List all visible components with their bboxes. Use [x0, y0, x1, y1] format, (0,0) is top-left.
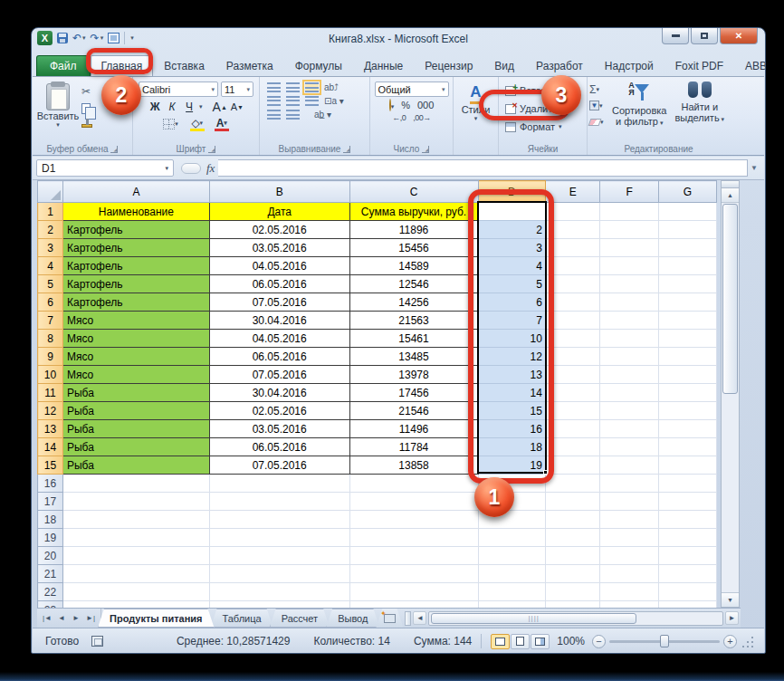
- resize-grip[interactable]: [742, 635, 755, 647]
- cell-D9[interactable]: 12: [478, 348, 546, 366]
- cell-G9[interactable]: [659, 348, 717, 366]
- row-header-8[interactable]: 8: [38, 330, 63, 348]
- decrease-indent-button[interactable]: [267, 110, 281, 120]
- cell-A21[interactable]: [62, 565, 209, 583]
- cell-G13[interactable]: [659, 420, 717, 438]
- vertical-scrollbar[interactable]: ▲ ▼: [721, 180, 740, 608]
- macro-record-icon[interactable]: [91, 636, 103, 647]
- fill-button[interactable]: ▼▾: [589, 99, 607, 112]
- cell-F2[interactable]: [600, 221, 659, 239]
- cell-F7[interactable]: [600, 312, 659, 330]
- cell-C13[interactable]: 11496: [349, 420, 478, 438]
- cell-D22[interactable]: [478, 583, 546, 601]
- cell-C7[interactable]: 21563: [349, 312, 478, 330]
- cell-A5[interactable]: Картофель: [62, 275, 209, 293]
- cell-G19[interactable]: [659, 529, 717, 547]
- cell-C12[interactable]: 21546: [349, 402, 478, 420]
- cut-button[interactable]: ✂: [81, 84, 100, 98]
- align-center-button[interactable]: [286, 96, 300, 106]
- cell-F19[interactable]: [600, 529, 659, 547]
- row-header-20[interactable]: 20: [38, 547, 63, 565]
- zoom-in-button[interactable]: +: [723, 635, 737, 648]
- cell-D10[interactable]: 13: [478, 366, 546, 384]
- clipboard-dialog-launcher[interactable]: [110, 146, 118, 153]
- row-header-4[interactable]: 4: [38, 257, 63, 275]
- autosum-button[interactable]: Σ▾: [589, 82, 607, 96]
- cell-G7[interactable]: [659, 312, 717, 330]
- cell-F14[interactable]: [600, 438, 659, 456]
- row-header-21[interactable]: 21: [38, 565, 63, 583]
- row-header-6[interactable]: 6: [38, 293, 63, 312]
- cell-B20[interactable]: [209, 547, 349, 565]
- cell-E10[interactable]: [546, 366, 600, 384]
- row-header-2[interactable]: 2: [38, 221, 63, 239]
- cell-C21[interactable]: [349, 565, 478, 583]
- row-header-17[interactable]: 17: [38, 493, 63, 511]
- sheet-tab-0[interactable]: Продукты питания: [98, 609, 215, 628]
- cell-D21[interactable]: [478, 565, 546, 583]
- row-header-18[interactable]: 18: [38, 511, 63, 529]
- cell-E18[interactable]: [546, 511, 600, 529]
- cell-G23[interactable]: [659, 601, 717, 609]
- format-painter-button[interactable]: [81, 119, 100, 132]
- ribbon-tab-6[interactable]: Рецензир: [414, 55, 483, 76]
- cell-F1[interactable]: [600, 203, 659, 221]
- cell-E11[interactable]: [546, 384, 600, 402]
- next-sheet-button[interactable]: ►: [70, 612, 82, 625]
- ribbon-tab-9[interactable]: Надстрой: [594, 55, 664, 76]
- cell-A4[interactable]: Картофель: [62, 257, 209, 275]
- alignment-dialog-launcher[interactable]: [343, 146, 350, 153]
- cell-F17[interactable]: [600, 493, 659, 511]
- cell-F20[interactable]: [600, 547, 659, 565]
- cell-G5[interactable]: [659, 275, 717, 293]
- ribbon-tab-11[interactable]: ABBYY PD: [734, 55, 766, 76]
- italic-button[interactable]: К: [165, 100, 179, 114]
- row-header-1[interactable]: 1: [38, 203, 63, 221]
- cell-C11[interactable]: 17456: [349, 384, 478, 402]
- cell-E16[interactable]: [546, 475, 600, 493]
- cell-B13[interactable]: 03.05.2016: [209, 420, 349, 438]
- cell-E20[interactable]: [546, 547, 600, 565]
- cell-A17[interactable]: [62, 493, 209, 511]
- clear-button[interactable]: ▾: [589, 115, 607, 129]
- row-header-3[interactable]: 3: [38, 239, 63, 257]
- cell-F5[interactable]: [600, 275, 659, 293]
- cell-A20[interactable]: [62, 547, 209, 565]
- row-header-14[interactable]: 14: [38, 438, 63, 456]
- cell-G2[interactable]: [659, 221, 717, 239]
- ribbon-tab-1[interactable]: Главная: [91, 55, 154, 76]
- cell-F22[interactable]: [600, 583, 659, 601]
- cell-A11[interactable]: Рыба: [62, 384, 209, 402]
- cell-F11[interactable]: [600, 384, 659, 402]
- cell-G1[interactable]: [659, 203, 717, 221]
- cell-E4[interactable]: [546, 257, 600, 275]
- cell-G21[interactable]: [659, 565, 717, 583]
- cell-G15[interactable]: [659, 456, 717, 475]
- restore-button[interactable]: [691, 28, 718, 44]
- cell-E12[interactable]: [546, 402, 600, 420]
- cell-A13[interactable]: Рыба: [62, 420, 209, 438]
- cell-A6[interactable]: Картофель: [62, 293, 209, 312]
- horizontal-scroll-track[interactable]: [428, 611, 723, 626]
- horizontal-scroll-thumb[interactable]: [431, 613, 636, 624]
- cell-A1[interactable]: Наименование: [62, 203, 209, 221]
- cell-F6[interactable]: [600, 293, 659, 312]
- cell-F23[interactable]: [600, 601, 659, 609]
- cell-C9[interactable]: 13485: [349, 348, 478, 366]
- cell-E1[interactable]: [546, 203, 600, 221]
- cell-E23[interactable]: [546, 601, 600, 609]
- cell-B19[interactable]: [209, 529, 349, 547]
- cell-G3[interactable]: [659, 239, 717, 257]
- cell-E2[interactable]: [546, 221, 600, 239]
- page-break-view-button[interactable]: [531, 634, 550, 649]
- row-header-22[interactable]: 22: [38, 583, 63, 601]
- cell-F13[interactable]: [600, 420, 659, 438]
- ribbon-tab-5[interactable]: Данные: [353, 55, 414, 76]
- sheet-tab-3[interactable]: Вывод: [326, 609, 379, 628]
- cell-A16[interactable]: [62, 475, 209, 493]
- cell-D6[interactable]: 6: [478, 293, 546, 312]
- row-header-23[interactable]: 23: [38, 601, 63, 609]
- cell-C22[interactable]: [349, 583, 478, 601]
- zoom-track[interactable]: [609, 640, 720, 643]
- percent-button[interactable]: %: [401, 100, 410, 110]
